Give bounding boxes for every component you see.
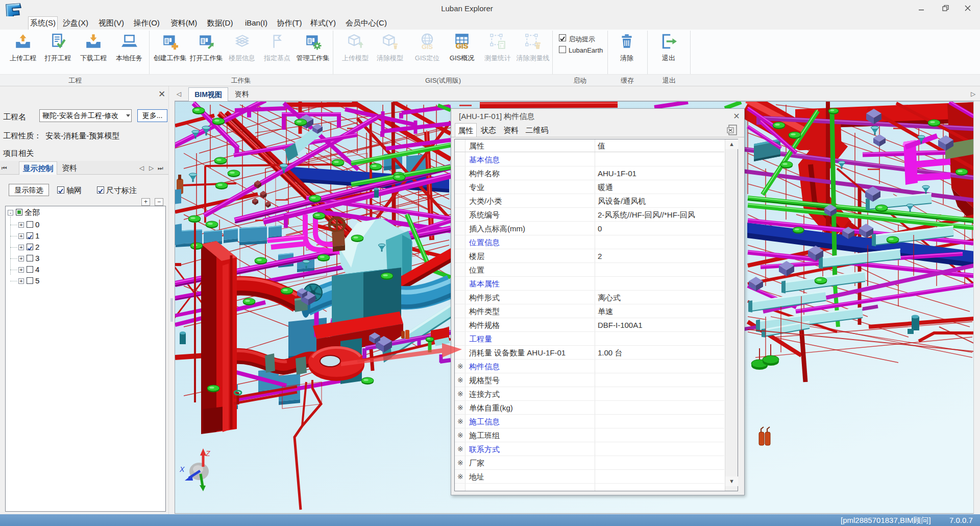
svg-text:GIS: GIS <box>422 43 433 50</box>
svg-text:Z: Z <box>205 449 210 458</box>
svg-text:GIS: GIS <box>456 42 469 50</box>
svg-text:X: X <box>179 465 185 473</box>
